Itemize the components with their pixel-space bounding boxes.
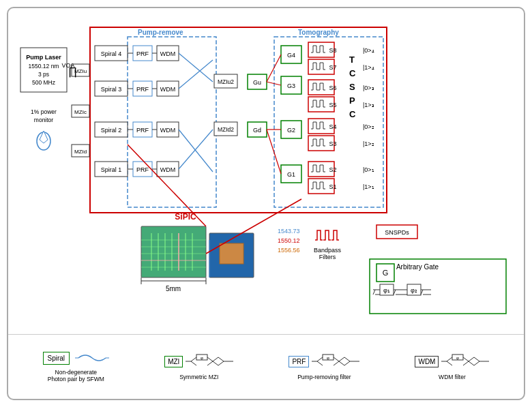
svg-rect-50 (141, 226, 206, 277)
wavelength3: 1556.56 (278, 247, 300, 254)
prf1-label: PRF (136, 166, 149, 173)
state-11: |1>₁ (363, 183, 374, 190)
spiral-legend-box: Spiral (43, 352, 70, 365)
wdm-legend-box: WDM (415, 356, 439, 367)
phi1-label: φ₁ (383, 287, 390, 294)
wavelength-label: 1550.12 nm (29, 63, 59, 70)
svg-line-119 (469, 357, 474, 361)
diagram-svg: Pump-remove Tomography Spiral 4 PRF WDM … (8, 8, 516, 335)
svg-line-31 (179, 53, 213, 82)
mziu2-label: MZIu2 (218, 78, 234, 85)
wdm2-label: WDM (160, 127, 176, 134)
bandpass-label: Bandpass (314, 247, 342, 254)
svg-line-117 (463, 357, 469, 361)
svg-line-32 (179, 60, 213, 89)
bottom-legend: Spiral Non-degeneratePhoton pair by SFWM… (8, 334, 524, 399)
spiral-desc: Non-degeneratePhoton pair by SFWM (48, 369, 104, 382)
s8-label: S8 (329, 47, 336, 54)
prf-legend-box: PRF (289, 356, 309, 367)
power-monitor-label2: monitor (34, 117, 54, 123)
wdm-legend: WDM φ WDM filter (415, 353, 489, 380)
svg-line-121 (474, 357, 479, 361)
state-14: |1>₄ (363, 64, 374, 71)
mzid2-label: MZId2 (218, 126, 234, 133)
svg-text:φ: φ (201, 356, 203, 360)
svg-line-85 (128, 145, 206, 226)
mzi-legend-box: MZI (164, 356, 183, 367)
bandpass-label2: Filters (319, 254, 336, 260)
gd-label: Gd (253, 127, 261, 134)
prf2-label: PRF (136, 127, 149, 134)
prf3-label: PRF (136, 86, 149, 93)
svg-line-94 (207, 361, 213, 365)
svg-text:φ: φ (457, 356, 460, 360)
mzid-label: MZId (74, 149, 87, 155)
state-12: |1>₂ (363, 140, 374, 147)
prf-legend: PRF φ Pump-removing filter (289, 353, 359, 380)
main-container: Pump-remove Tomography Spiral 4 PRF WDM … (7, 7, 525, 400)
s7-label: S7 (329, 64, 336, 71)
g3-label: G3 (287, 82, 295, 89)
wdm3-label: WDM (160, 86, 176, 93)
mzi-legend-label: Symmetric MZI (179, 374, 218, 380)
svg-line-102 (317, 361, 323, 365)
p-label: P (349, 95, 355, 106)
wavelength1: 1543.73 (278, 228, 300, 235)
t-label: T (349, 55, 355, 65)
svg-line-113 (447, 357, 452, 361)
svg-rect-64 (220, 243, 243, 264)
s1-label: S1 (329, 183, 336, 190)
svg-text:φ: φ (327, 356, 329, 360)
s5-label: S5 (329, 102, 336, 108)
svg-line-95 (213, 357, 218, 361)
mzi-legend: MZI φ Symmetric MZI (164, 353, 233, 380)
s3-label: S3 (329, 140, 336, 147)
spiral-legend: Spiral Non-degeneratePhoton pair by SFWM (43, 351, 110, 382)
s6-label: S6 (329, 85, 336, 91)
svg-line-109 (344, 357, 350, 361)
svg-line-120 (469, 361, 474, 365)
svg-line-98 (218, 361, 224, 365)
pump-remove-label: Pump-remove (138, 29, 183, 36)
wdm-legend-label: WDM filter (439, 374, 466, 380)
svg-line-110 (344, 361, 350, 365)
mzic-label: MZIc (74, 109, 87, 115)
svg-line-101 (317, 357, 323, 361)
spiral3-label: Spiral 3 (101, 86, 122, 93)
spiral4-label: Spiral 4 (101, 50, 122, 57)
state-13: |1>₃ (363, 102, 374, 108)
g2-label: G2 (287, 127, 295, 134)
g1-label: G1 (287, 171, 295, 178)
c1-label: C (349, 68, 356, 78)
c2-label: C (349, 109, 356, 119)
spiral2-label: Spiral 2 (101, 127, 122, 134)
svg-rect-69 (314, 226, 351, 245)
svg-line-97 (218, 357, 224, 361)
s4-label: S4 (329, 123, 336, 130)
spiral1-label: Spiral 1 (101, 166, 122, 173)
reprate-label: 500 MHz (32, 79, 55, 86)
svg-line-89 (191, 357, 196, 361)
state-03: |0>₃ (363, 85, 374, 91)
svg-line-118 (463, 361, 469, 365)
state-04: |0>₄ (363, 47, 374, 54)
prf4-label: PRF (136, 50, 149, 57)
g-symbol: G (383, 269, 389, 277)
pulse-symbol: ∏ (68, 65, 77, 78)
state-01: |0>₁ (363, 166, 374, 173)
s-label: S (349, 82, 355, 92)
svg-line-90 (191, 361, 196, 365)
wdm1-label: WDM (160, 166, 176, 173)
svg-line-122 (474, 361, 479, 365)
svg-line-77 (373, 290, 375, 295)
s2-label: S2 (329, 166, 336, 173)
g4-label: G4 (287, 52, 295, 59)
svg-line-106 (334, 361, 339, 365)
gu-label: Gu (253, 79, 261, 86)
svg-line-93 (207, 357, 213, 361)
svg-line-46 (267, 130, 281, 174)
svg-line-96 (213, 361, 218, 365)
svg-line-105 (334, 357, 339, 361)
svg-line-114 (447, 361, 452, 365)
pump-laser-label: Pump Laser (26, 54, 61, 61)
